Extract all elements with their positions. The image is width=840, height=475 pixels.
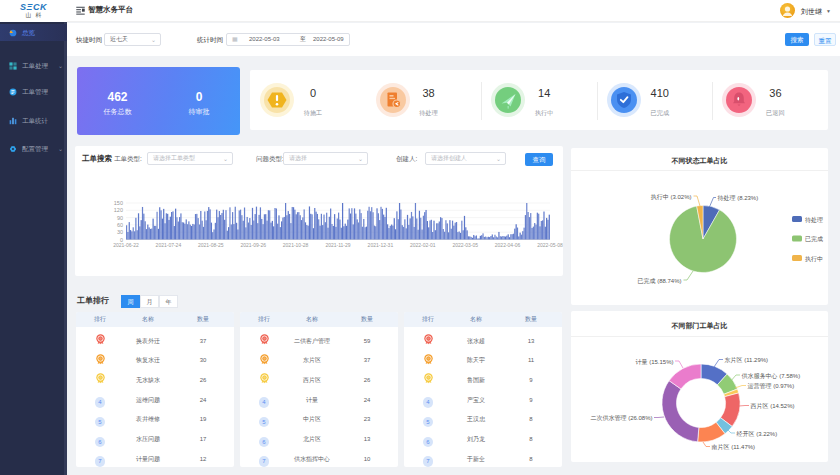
svg-text:供水服务中心 (7.58%): 供水服务中心 (7.58%) (742, 373, 801, 379)
svg-text:2021-07-24: 2021-07-24 (156, 242, 182, 248)
svg-text:2022-05-08: 2022-05-08 (537, 242, 563, 248)
svg-text:2021-09-26: 2021-09-26 (240, 242, 266, 248)
svg-text:2021-06-22: 2021-06-22 (113, 242, 139, 248)
svg-text:计量 (15.15%): 计量 (15.15%) (635, 359, 673, 365)
svg-text:运营管理 (0.97%): 运营管理 (0.97%) (748, 382, 795, 390)
svg-text:60: 60 (117, 222, 123, 228)
svg-text:150: 150 (114, 200, 123, 206)
svg-text:2022-04-06: 2022-04-06 (495, 242, 521, 248)
svg-text:90: 90 (117, 215, 123, 221)
svg-text:2021-12-31: 2021-12-31 (368, 242, 394, 248)
svg-text:2021-10-28: 2021-10-28 (283, 242, 309, 248)
svg-text:2022-03-05: 2022-03-05 (452, 242, 478, 248)
svg-text:2021-08-25: 2021-08-25 (198, 242, 224, 248)
svg-text:执行中: 执行中 (805, 256, 823, 262)
svg-text:经开区 (3.22%): 经开区 (3.22%) (737, 430, 778, 437)
svg-text:待处理: 待处理 (805, 216, 823, 224)
svg-text:已完成 (88.74%): 已完成 (88.74%) (637, 277, 681, 285)
svg-text:待处理 (8.23%): 待处理 (8.23%) (718, 194, 759, 202)
svg-text:执行中 (3.02%): 执行中 (3.02%) (651, 194, 692, 200)
svg-text:120: 120 (114, 207, 123, 213)
svg-text:西片区 (14.52%): 西片区 (14.52%) (751, 402, 795, 410)
svg-text:南片区 (11.47%): 南片区 (11.47%) (712, 443, 756, 451)
svg-text:二次供水管理 (26.08%): 二次供水管理 (26.08%) (590, 414, 652, 422)
svg-text:2021-11-29: 2021-11-29 (325, 242, 350, 248)
svg-text:2022-02-01: 2022-02-01 (410, 242, 436, 248)
svg-text:已完成: 已完成 (805, 235, 823, 243)
svg-text:30: 30 (117, 229, 123, 235)
svg-text:东片区 (11.29%): 东片区 (11.29%) (725, 356, 769, 364)
